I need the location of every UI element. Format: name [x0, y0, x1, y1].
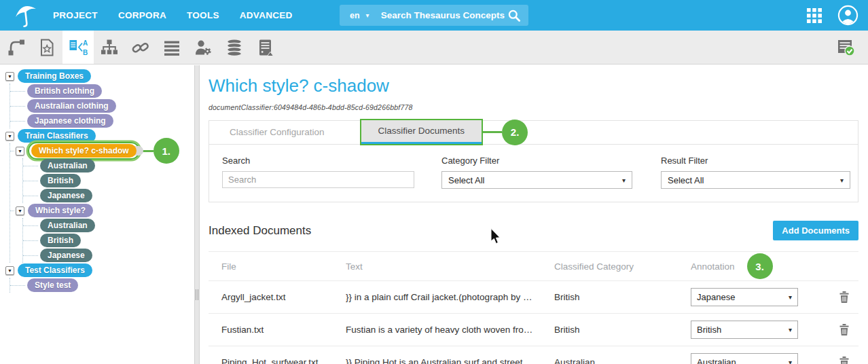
tree-connector	[10, 106, 25, 107]
tree-item-japanese-clothing[interactable]: Japanese clothing	[10, 113, 194, 128]
chevron-down-icon: ▾	[789, 359, 792, 364]
server-button[interactable]	[250, 31, 281, 64]
connections-button[interactable]	[0, 31, 31, 64]
panel-splitter[interactable]	[194, 65, 200, 364]
annotation-select[interactable]: Japanese ▾	[691, 288, 798, 306]
tree-node-label[interactable]: Test Classifiers	[18, 263, 92, 276]
umbrella-logo-icon	[11, 2, 41, 29]
collapse-caret-icon[interactable]: ▼	[16, 147, 24, 156]
add-documents-button[interactable]: Add Documents	[773, 221, 858, 240]
collapse-caret-icon[interactable]: ▼	[5, 132, 14, 141]
menu-project[interactable]: PROJECT	[53, 10, 98, 20]
tree-node-label[interactable]: Japanese	[40, 189, 92, 202]
tree-node-label[interactable]: Australian	[40, 219, 95, 232]
tree-item-which-style-c-shadow[interactable]: ▼ Which style? c-shadow 1.	[10, 143, 194, 158]
category-filter-select[interactable]: Select All ▾	[441, 171, 632, 189]
annotation-value: Japanese	[697, 292, 735, 302]
database-icon	[225, 38, 244, 57]
tree-item-test-classifiers[interactable]: ▼ Test Classifiers	[5, 263, 194, 278]
user-icon[interactable]	[837, 5, 858, 26]
menu-advanced[interactable]: ADVANCED	[240, 10, 293, 20]
tree-node-label[interactable]: Australian	[40, 159, 95, 172]
tree-item-australian[interactable]: Australian	[23, 218, 194, 233]
document-classifier-button[interactable]: A B	[62, 31, 94, 64]
tree-connector	[23, 240, 38, 241]
tree-node-label[interactable]: Which style? c-shadow	[31, 144, 137, 157]
apps-grid-icon[interactable]	[806, 7, 822, 24]
document-star-button[interactable]	[31, 31, 62, 64]
trash-icon	[839, 291, 849, 303]
page-title: Which style? c-shadow	[209, 75, 858, 96]
tree-item-australian-clothing[interactable]: Australian clothing	[10, 98, 194, 113]
table-row: Argyll_jacket.txt }} in a plain cuff Cra…	[209, 281, 858, 314]
step1-badge: 1.	[153, 138, 179, 164]
thesaurus-search-box[interactable]: en ▾ Search Thesaurus Concepts	[340, 5, 528, 26]
tree-node-label[interactable]: British clothing	[27, 84, 102, 97]
tree-item-british[interactable]: British	[23, 233, 194, 248]
category-cell: British	[554, 325, 691, 335]
tree-node-label[interactable]: British	[40, 234, 81, 247]
column-header-classified-category: Classified Category	[554, 261, 691, 272]
tree-item-british[interactable]: British	[23, 173, 194, 188]
table-row: Piping_Hot_surfwear.txt }} Piping Hot is…	[209, 346, 858, 364]
tree-connector	[23, 166, 38, 166]
text-cell: }} Piping Hot is an Australian surf and …	[346, 357, 554, 364]
step2-badge: 2.	[502, 120, 528, 145]
tree-connector	[10, 91, 25, 92]
tree-item-japanese[interactable]: Japanese	[23, 248, 194, 263]
user-settings-button[interactable]	[187, 31, 219, 64]
tasks-check-icon	[835, 38, 856, 57]
category-cell: British	[554, 292, 691, 302]
annotation-select[interactable]: British ▾	[691, 321, 798, 339]
tasks-check-button[interactable]	[830, 38, 861, 57]
tree-node-label[interactable]: Which style?	[28, 204, 93, 217]
collapse-caret-icon[interactable]: ▼	[5, 72, 14, 81]
chevron-down-icon: ▾	[366, 12, 369, 19]
menu-tools[interactable]: TOOLS	[187, 10, 219, 20]
chevron-down-icon: ▾	[789, 326, 792, 333]
step1-highlight-ellipse: Which style? c-shadow	[28, 142, 140, 159]
search-language-selector[interactable]: en	[350, 11, 360, 20]
tab-classifier-documents[interactable]: Classifier Documents	[361, 120, 482, 144]
text-cell: Fustian is a variety of heavy cloth wove…	[346, 325, 554, 335]
trash-icon	[839, 357, 849, 364]
collapse-caret-icon[interactable]: ▼	[5, 266, 14, 275]
tree-node-label[interactable]: Training Boxes	[18, 69, 91, 82]
annotation-value: British	[697, 325, 721, 335]
category-filter-label: Category Filter	[441, 156, 632, 166]
database-button[interactable]	[219, 31, 250, 64]
delete-document-button[interactable]	[839, 357, 849, 364]
search-icon[interactable]	[507, 9, 521, 22]
tree-node-label[interactable]: British	[40, 174, 81, 187]
category-filter-value: Select All	[448, 175, 484, 185]
menu-corpora[interactable]: CORPORA	[118, 10, 166, 20]
table-header: File Text Classified Category Annotation…	[209, 251, 858, 281]
tree-item-style-test[interactable]: Style test	[10, 278, 194, 293]
search-input[interactable]	[222, 171, 414, 188]
list-button[interactable]	[156, 31, 187, 64]
tree-node-label[interactable]: Train Classifiers	[18, 129, 96, 142]
tree-node-label[interactable]: Japanese clothing	[27, 114, 113, 127]
tree-node-label[interactable]: Japanese	[40, 249, 92, 261]
delete-document-button[interactable]	[839, 324, 849, 335]
collapse-caret-icon[interactable]: ▼	[16, 206, 24, 215]
delete-document-button[interactable]	[839, 291, 849, 303]
tree-item-japanese[interactable]: Japanese	[23, 188, 194, 203]
result-filter-select[interactable]: Select All ▾	[661, 171, 850, 189]
annotation-select[interactable]: Australian ▾	[691, 353, 798, 364]
tree-item-which-style[interactable]: ▼ Which style?	[10, 203, 194, 218]
tree-item-british-clothing[interactable]: British clothing	[10, 84, 194, 98]
tree-node-label[interactable]: Australian clothing	[27, 99, 116, 112]
app-logo[interactable]	[11, 2, 41, 29]
tree-connector	[23, 181, 38, 181]
tree-item-training-boxes[interactable]: ▼ Training Boxes	[5, 69, 194, 84]
tab-classifier-configuration[interactable]: Classifier Configuration	[209, 121, 345, 144]
table-row: Fustian.txt Fustian is a variety of heav…	[209, 314, 858, 346]
tree-connector	[23, 225, 38, 226]
link-button[interactable]	[125, 31, 156, 64]
list-icon	[162, 38, 181, 57]
column-header-text: Text	[346, 261, 554, 272]
tree-node-label[interactable]: Style test	[27, 278, 78, 291]
hierarchy-button[interactable]	[94, 31, 125, 64]
result-filter-value: Select All	[668, 175, 704, 185]
